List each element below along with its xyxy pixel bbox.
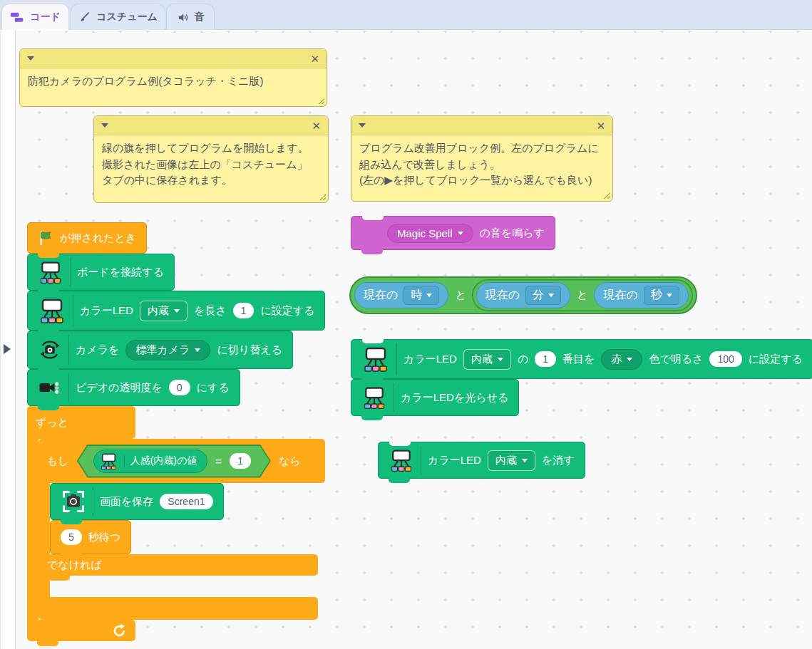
dropdown-value: 赤 [611, 353, 622, 366]
comment-text[interactable]: 防犯カメラのプログラム例(タコラッチ・ミニ版) [20, 68, 327, 93]
set-led-color-block[interactable]: カラーLED 内蔵 の 1 番目を 赤 色で明るさ 100 に設定する [351, 339, 812, 379]
comment-text[interactable]: 緑の旗を押してプログラムを開始します。 撮影された画像は左上の「コスチューム」 … [94, 135, 328, 192]
comment-resize-handle[interactable] [603, 192, 610, 199]
if-block-top[interactable]: もし 人感(内蔵)の値 = 1 なら [38, 439, 325, 483]
block-label: を消す [542, 454, 575, 467]
compare-value-input[interactable]: 1 [230, 453, 251, 469]
join-label: と [577, 289, 587, 302]
time-unit-dropdown[interactable]: 秒 [644, 286, 679, 305]
block-label: の音を鳴らす [480, 227, 545, 240]
board-icon [38, 259, 63, 285]
led-select-dropdown[interactable]: 内蔵 [140, 301, 187, 321]
motion-sensor-reporter[interactable]: 人感(内蔵)の値 [93, 450, 208, 473]
camera-select-dropdown[interactable]: 標準カメラ [125, 340, 210, 360]
set-led-length-block[interactable]: カラーLED 内蔵 を長さ 1 に設定する [27, 291, 325, 331]
tab-sounds[interactable]: 音 [166, 4, 215, 30]
comment-title[interactable]: ✕ 防犯カメラのプログラム例(タコラッチ・ミニ版) [19, 48, 327, 107]
reporter-label: 人感(内蔵)の値 [130, 455, 197, 467]
led-off-block[interactable]: カラーLED 内蔵 を消す [378, 442, 585, 479]
chevron-down-icon [458, 232, 463, 235]
dropdown-value: 標準カメラ [135, 343, 190, 357]
time-unit-dropdown[interactable]: 時 [404, 286, 439, 305]
play-sound-block[interactable]: Magic Spell の音を鳴らす [351, 216, 555, 250]
comment-line: 組み込んで改善しましょう。 [359, 157, 605, 173]
close-comment-icon[interactable]: ✕ [312, 120, 321, 131]
chevron-down-icon [548, 294, 554, 297]
wait-seconds-input[interactable]: 5 [61, 529, 82, 545]
palette-expand-arrow[interactable] [4, 344, 11, 354]
block-label: に切り替える [217, 343, 282, 357]
chevron-down-icon [667, 294, 672, 297]
screen-name-input[interactable]: Screen1 [160, 494, 212, 509]
collapse-comment-icon[interactable] [359, 123, 366, 128]
length-input[interactable]: 1 [233, 303, 255, 318]
divider [421, 446, 421, 474]
forever-block-spine[interactable] [27, 438, 38, 621]
reporter-label: 現在の [485, 288, 520, 303]
block-label: なら [279, 455, 301, 468]
led-on-block[interactable]: カラーLEDを光らせる [351, 379, 519, 416]
forever-block-bottom[interactable] [27, 620, 135, 641]
video-transparency-block[interactable]: ビデオの透明度を 0 にする [27, 369, 240, 406]
collapse-comment-icon[interactable] [101, 123, 108, 128]
divider [93, 487, 93, 516]
dropdown-value: 内蔵 [495, 454, 517, 467]
block-label: ずっと [36, 416, 68, 430]
save-screen-block[interactable]: 画面を保存 Screen1 [50, 483, 224, 520]
sound-select-dropdown[interactable]: Magic Spell [387, 224, 473, 243]
divider [68, 373, 69, 402]
video-camera-icon [38, 375, 62, 400]
if-block-spine[interactable] [38, 482, 50, 554]
operator-symbol: = [215, 455, 222, 467]
comment-line: プログラム改善用ブロック例。左のプログラムに [359, 140, 605, 157]
if-block-bottom[interactable] [38, 597, 318, 620]
comment-line: 撮影された画像は左上の「コスチューム」 [102, 157, 320, 173]
block-label: 色で明るさ [649, 353, 703, 366]
tab-code[interactable]: コード [1, 4, 69, 30]
join-operator-block-nested[interactable]: 現在の 分 と 現在の 秒 [473, 280, 692, 311]
close-comment-icon[interactable]: ✕ [596, 120, 605, 131]
when-flag-clicked-block[interactable]: が押されたとき [27, 222, 147, 254]
block-label: にする [197, 381, 230, 395]
board-icon [99, 452, 118, 471]
current-minute-reporter[interactable]: 現在の 分 [476, 282, 570, 308]
comment-improvement-info[interactable]: ✕ プログラム改善用ブロック例。左のプログラムに 組み込んで改善しましょう。 (… [351, 115, 613, 202]
comment-header: ✕ [351, 116, 612, 135]
forever-block-top[interactable]: ずっと [27, 406, 135, 439]
block-label: を長さ [194, 304, 227, 318]
collapse-comment-icon[interactable] [27, 56, 34, 61]
chevron-down-icon [522, 459, 528, 462]
led-select-dropdown[interactable]: 内蔵 [463, 349, 511, 370]
brightness-input[interactable]: 100 [709, 351, 741, 367]
comment-resize-handle[interactable] [317, 97, 324, 104]
chevron-down-icon [498, 358, 503, 361]
dropdown-value: Magic Spell [397, 227, 453, 239]
divider [394, 383, 394, 412]
connect-board-block[interactable]: ボードを接続する [27, 254, 175, 291]
color-select-dropdown[interactable]: 赤 [601, 349, 642, 370]
current-hour-reporter[interactable]: 現在の 時 [354, 282, 448, 308]
comment-resize-handle[interactable] [319, 193, 326, 200]
divider [73, 295, 73, 326]
switch-camera-block[interactable]: カメラを 標準カメラ に切り替える [27, 331, 293, 369]
close-comment-icon[interactable]: ✕ [310, 53, 319, 64]
led-index-input[interactable]: 1 [535, 351, 556, 367]
block-label: 番目を [562, 353, 595, 366]
tab-costumes[interactable]: コスチューム [71, 4, 165, 30]
dropdown-value: 内蔵 [471, 353, 493, 366]
transparency-input[interactable]: 0 [169, 380, 190, 395]
join-operator-block[interactable]: 現在の 時 と 現在の 分 と 現在の 秒 [349, 276, 697, 314]
current-second-reporter[interactable]: 現在の 秒 [594, 282, 688, 308]
tab-costumes-label: コスチューム [96, 11, 158, 24]
comment-text[interactable]: プログラム改善用ブロック例。左のプログラムに 組み込んで改善しましょう。 (左の… [351, 135, 612, 192]
led-select-dropdown[interactable]: 内蔵 [488, 450, 535, 471]
time-unit-dropdown[interactable]: 分 [525, 286, 561, 305]
block-label: が押されたとき [60, 232, 136, 245]
comment-start-info[interactable]: ✕ 緑の旗を押してプログラムを開始します。 撮影された画像は左上の「コスチューム… [93, 115, 329, 203]
wait-seconds-block[interactable]: 5 秒待つ [50, 520, 131, 554]
reporter-label: 現在の [364, 288, 398, 303]
board-icon [361, 385, 387, 410]
dropdown-value: 秒 [651, 288, 662, 303]
join-label: と [455, 289, 466, 302]
equals-condition-block[interactable]: 人感(内蔵)の値 = 1 [77, 445, 271, 478]
